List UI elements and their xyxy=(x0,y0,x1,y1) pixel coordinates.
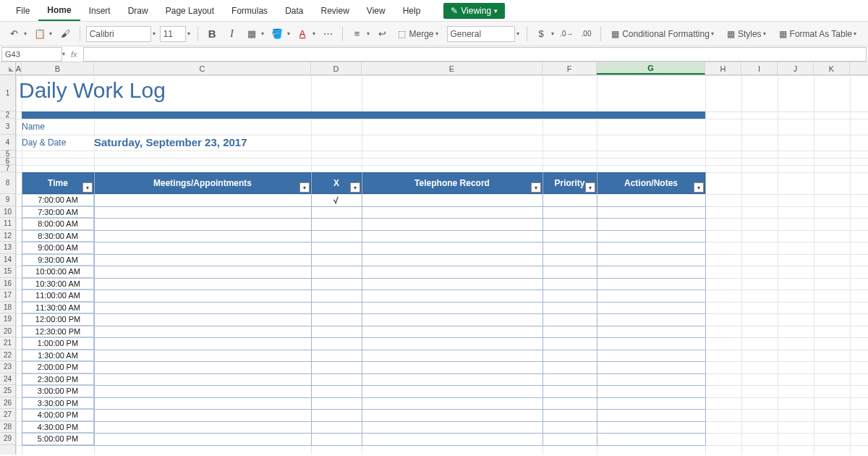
time-cell[interactable]: 4:00:00 PM xyxy=(22,409,94,421)
row-header-19[interactable]: 19 xyxy=(0,313,15,326)
merge-button[interactable]: ⬚Merge▾ xyxy=(393,25,443,43)
worksheet[interactable]: Daily Work LogNameDay & DateSaturday, Se… xyxy=(16,75,868,455)
time-cell[interactable]: 3:30:00 PM xyxy=(22,397,94,410)
header-action-filter[interactable]: ▾ xyxy=(694,182,704,193)
clipboard-icon[interactable]: 📋 xyxy=(31,25,48,43)
row-header-10[interactable]: 10 xyxy=(0,206,15,219)
currency-icon[interactable]: $ xyxy=(532,25,549,43)
row-header-29[interactable]: 29 xyxy=(0,433,15,445)
menu-tab-page-layout[interactable]: Page Layout xyxy=(157,1,223,20)
row-header-8[interactable]: 8 xyxy=(0,172,15,194)
row-header-27[interactable]: 27 xyxy=(0,409,15,421)
chevron-down-icon[interactable]: ▾ xyxy=(312,30,315,37)
undo-icon[interactable]: ↶ xyxy=(6,25,22,43)
name-box[interactable] xyxy=(1,47,62,62)
time-cell[interactable]: 12:30:00 PM xyxy=(22,326,94,338)
viewing-mode-button[interactable]: ✎Viewing▾ xyxy=(443,3,505,19)
styles-button[interactable]: ▦Styles▾ xyxy=(723,25,772,43)
align-icon[interactable]: ≡ xyxy=(349,25,365,43)
col-header-H[interactable]: H xyxy=(705,62,741,75)
menu-tab-data[interactable]: Data xyxy=(276,1,312,20)
font-name-select[interactable] xyxy=(86,26,151,42)
wrap-text-icon[interactable]: ↩ xyxy=(374,25,391,43)
chevron-down-icon[interactable]: ▾ xyxy=(153,30,156,37)
row-header-1[interactable]: 1 xyxy=(0,75,15,111)
fx-icon[interactable]: fx xyxy=(67,50,82,59)
time-cell[interactable]: 2:30:00 PM xyxy=(22,373,94,386)
time-cell[interactable]: 9:00:00 AM xyxy=(22,242,94,254)
chevron-down-icon[interactable]: ▾ xyxy=(287,30,290,37)
time-cell[interactable]: 7:30:00 AM xyxy=(22,206,94,219)
row-header-18[interactable]: 18 xyxy=(0,302,15,314)
row-header-24[interactable]: 24 xyxy=(0,373,15,386)
time-cell[interactable]: 10:30:00 AM xyxy=(22,278,94,290)
time-cell[interactable]: 8:00:00 AM xyxy=(22,218,94,230)
col-header-A[interactable]: A xyxy=(16,62,22,75)
row-header-2[interactable]: 2 xyxy=(0,111,15,119)
time-cell[interactable]: 12:00:00 PM xyxy=(22,313,94,326)
menu-tab-formulas[interactable]: Formulas xyxy=(223,1,276,20)
font-size-select[interactable] xyxy=(160,26,186,42)
menu-tab-insert[interactable]: Insert xyxy=(80,1,119,20)
row-header-22[interactable]: 22 xyxy=(0,350,15,362)
col-header-G[interactable]: G xyxy=(597,62,705,75)
chevron-down-icon[interactable]: ▾ xyxy=(24,30,27,37)
time-cell[interactable]: 8:30:00 AM xyxy=(22,230,94,242)
col-header-B[interactable]: B xyxy=(22,62,94,75)
col-header-K[interactable]: K xyxy=(814,62,850,75)
time-cell[interactable]: 1:00:00 PM xyxy=(22,337,94,350)
row-header-13[interactable]: 13 xyxy=(0,242,15,254)
time-cell[interactable]: 4:30:00 PM xyxy=(22,421,94,434)
row-header-20[interactable]: 20 xyxy=(0,326,15,338)
menu-tab-home[interactable]: Home xyxy=(38,1,80,21)
chevron-down-icon[interactable]: ▾ xyxy=(187,30,190,37)
format-as-table-button[interactable]: ▦Format As Table▾ xyxy=(775,25,862,43)
chevron-down-icon[interactable]: ▾ xyxy=(62,51,65,57)
menu-tab-help[interactable]: Help xyxy=(394,1,430,20)
formula-input[interactable] xyxy=(83,47,867,62)
time-cell[interactable]: 11:30:00 AM xyxy=(22,302,94,314)
time-cell[interactable]: 1:30:00 AM xyxy=(22,350,94,362)
increase-decimal-icon[interactable]: .0→ xyxy=(558,25,575,43)
row-header-9[interactable]: 9 xyxy=(0,194,15,206)
row-header-16[interactable]: 16 xyxy=(0,278,15,290)
time-cell[interactable]: 2:00:00 PM xyxy=(22,361,94,373)
row-header-17[interactable]: 17 xyxy=(0,290,15,302)
chevron-down-icon[interactable]: ▾ xyxy=(551,30,554,37)
more-icon[interactable]: ⋯ xyxy=(320,25,336,43)
row-header-28[interactable]: 28 xyxy=(0,421,15,434)
menu-tab-draw[interactable]: Draw xyxy=(119,1,157,20)
chevron-down-icon[interactable]: ▾ xyxy=(516,30,519,37)
row-header-26[interactable]: 26 xyxy=(0,397,15,410)
time-cell[interactable]: 5:00:00 PM xyxy=(22,433,94,445)
italic-button[interactable]: I xyxy=(224,25,240,43)
row-header-15[interactable]: 15 xyxy=(0,266,15,278)
header-meetings-filter[interactable]: ▾ xyxy=(299,182,310,193)
row-header-11[interactable]: 11 xyxy=(0,218,15,230)
chevron-down-icon[interactable]: ▾ xyxy=(261,30,264,37)
chevron-down-icon[interactable]: ▾ xyxy=(367,30,370,37)
header-x-filter[interactable]: ▾ xyxy=(350,182,360,193)
number-format-select[interactable] xyxy=(447,26,515,42)
decrease-decimal-icon[interactable]: .00 xyxy=(578,25,595,43)
col-header-F[interactable]: F xyxy=(542,62,597,75)
menu-tab-review[interactable]: Review xyxy=(312,1,357,20)
row-header-3[interactable]: 3 xyxy=(0,119,15,135)
conditional-formatting-button[interactable]: ▦Conditional Formatting▾ xyxy=(607,25,720,43)
row-header-7[interactable]: 7 xyxy=(0,165,15,172)
time-cell[interactable]: 10:00:00 AM xyxy=(22,266,94,278)
row-header-23[interactable]: 23 xyxy=(0,361,15,373)
row-header-4[interactable]: 4 xyxy=(0,135,15,151)
col-header-E[interactable]: E xyxy=(362,62,542,75)
header-time-filter[interactable]: ▾ xyxy=(82,182,93,193)
row-header-25[interactable]: 25 xyxy=(0,385,15,397)
select-all-corner[interactable]: ◣ xyxy=(0,62,16,75)
header-telephone-filter[interactable]: ▾ xyxy=(531,182,541,193)
col-header-I[interactable]: I xyxy=(741,62,778,75)
bold-button[interactable]: B xyxy=(204,25,221,43)
borders-icon[interactable]: ▦ xyxy=(243,25,260,43)
col-header-D[interactable]: D xyxy=(311,62,362,75)
time-cell[interactable]: 3:00:00 PM xyxy=(22,385,94,397)
fill-color-icon[interactable]: 🪣 xyxy=(268,25,285,43)
menu-tab-view[interactable]: View xyxy=(358,1,394,20)
